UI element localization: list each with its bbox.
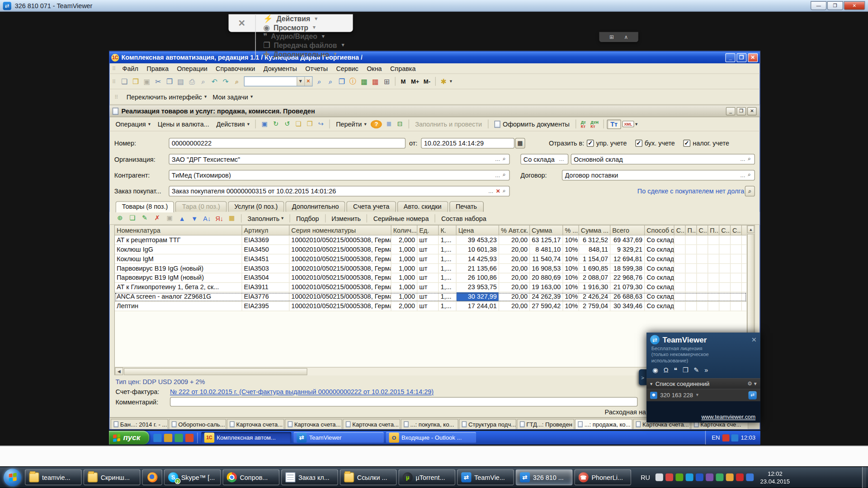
taskbar-document[interactable]: Заказ кл... [281, 469, 338, 485]
table-cell[interactable]: 1,... [439, 245, 456, 254]
goto-menu[interactable]: Перейти▾ [333, 119, 370, 129]
table-cell[interactable] [719, 273, 731, 282]
info-icon[interactable]: ⓘ [347, 76, 359, 87]
warehouse-mode-select[interactable]: Со склада … [520, 154, 568, 164]
ellipsis-button[interactable]: … [558, 156, 566, 162]
table-cell[interactable] [719, 264, 731, 273]
column-header[interactable]: П... [686, 225, 697, 235]
help-icon[interactable]: ? [371, 120, 382, 128]
tray-icon[interactable] [706, 474, 713, 481]
actions-menu[interactable]: ⚡ Действия ▼ [255, 14, 353, 23]
column-header[interactable]: С... [697, 225, 708, 235]
table-cell[interactable] [675, 283, 686, 292]
extras-menu[interactable]: ✚ Дополнительно ▼ [255, 50, 353, 59]
table-row[interactable]: Коклюш IgGEIA345010002010/050215/0005308… [115, 245, 746, 254]
table-cell[interactable]: 1,... [439, 302, 456, 311]
table-cell[interactable] [686, 235, 697, 244]
table-cell[interactable]: Лептин [115, 302, 242, 311]
table-cell[interactable]: 11 540,74 [530, 254, 563, 263]
table-cell[interactable]: шт [417, 245, 439, 254]
minimize-button[interactable]: _ [725, 53, 735, 62]
tray-icon[interactable] [731, 434, 738, 441]
table-cell[interactable]: 2 088,07 [579, 273, 610, 282]
delete-icon[interactable]: ✗ [151, 213, 163, 224]
annotate-icon[interactable]: ✎ [693, 366, 699, 374]
table-cell[interactable]: EIA3450 [242, 245, 290, 254]
table-cell[interactable]: 10002010/050215/0005308, Германия [289, 264, 391, 273]
settings-list-icon[interactable]: ⊟ [394, 119, 406, 130]
table-cell[interactable]: 1 916,30 [579, 283, 610, 292]
table-cell[interactable]: Со склада [645, 292, 674, 301]
connection-list-item[interactable]: ☻ 320 163 228 ▾ ⇄ [646, 389, 760, 401]
column-header[interactable]: С... [719, 225, 731, 235]
prices-currency-button[interactable]: Цены и валюта... [155, 119, 212, 129]
clock[interactable]: 12:0223.04.2015 [755, 469, 795, 485]
table-cell[interactable]: 21 079,30 [610, 283, 645, 292]
show-desktop-button[interactable] [862, 467, 866, 488]
table-cell[interactable] [731, 292, 742, 301]
table-cell[interactable]: EIA3451 [242, 254, 290, 263]
file-transfer-icon[interactable]: ❐ [683, 366, 689, 374]
table-cell[interactable]: 2,000 [392, 235, 418, 244]
preview-icon[interactable]: ⌕ [198, 76, 209, 87]
zoom-in-icon[interactable]: ⌕ [314, 76, 325, 87]
serial-icon[interactable]: ▦ [226, 213, 237, 224]
contract-input[interactable]: Договор поставки …⌕ [562, 169, 755, 180]
column-header[interactable]: К. [439, 225, 456, 235]
column-header[interactable]: Номенклатура [115, 225, 242, 235]
table-cell[interactable] [731, 245, 742, 254]
invoice-link[interactable]: № 222 от 10.02.2015 г. (Счет-фактура выд… [170, 388, 434, 395]
column-header[interactable]: Сумма ... [579, 225, 610, 235]
table-cell[interactable]: 10002010/050215/0005308, Германия [289, 273, 391, 282]
column-header[interactable]: Способ спи... [645, 225, 674, 235]
table-cell[interactable]: 20,00 [499, 245, 530, 254]
structure-icon[interactable]: ≣ [383, 119, 394, 130]
table-cell[interactable]: 20,00 [499, 283, 530, 292]
table-cell[interactable]: 2 426,24 [579, 292, 610, 301]
totals-toggle-icon[interactable]: Тт [607, 119, 621, 129]
maximize-button[interactable]: ❐ [827, 1, 843, 10]
table-cell[interactable]: 1,... [439, 273, 456, 282]
table-cell[interactable]: 2,000 [392, 302, 418, 311]
quick-launch-icon[interactable] [175, 433, 183, 441]
table-cell[interactable]: EIA3369 [242, 235, 290, 244]
my-tasks-button[interactable]: Мои задачи▾ [212, 93, 253, 100]
table-cell[interactable]: Коклюш IgG [115, 245, 242, 254]
table-cell[interactable]: 10% [563, 292, 579, 301]
table-cell[interactable]: 10% [563, 302, 579, 311]
table-cell[interactable]: 69 437,69 [610, 235, 645, 244]
undo-icon[interactable]: ↶ [209, 76, 220, 87]
table-cell[interactable]: ANCA screen - аналог 2Z9681G [115, 292, 242, 301]
table-cell[interactable]: 10002010/050215/0005308, Германия [289, 302, 391, 311]
start-orb[interactable] [4, 469, 21, 486]
table-cell[interactable] [686, 273, 697, 282]
table-cell[interactable]: 1,000 [392, 264, 418, 273]
table-cell[interactable]: Со склада [645, 302, 674, 311]
table-cell[interactable] [719, 235, 731, 244]
search-input[interactable]: ▼ ✕ [244, 76, 312, 86]
tab[interactable]: Товары (8 поз.) [115, 201, 174, 212]
table-cell[interactable]: 10% [563, 273, 579, 282]
table-cell[interactable] [675, 235, 686, 244]
table-cell[interactable] [686, 292, 697, 301]
send-icon[interactable]: ↪ [315, 119, 326, 130]
taskbar-chrome[interactable]: Сопров... [222, 469, 279, 485]
tray-icon[interactable] [656, 474, 663, 481]
table-cell[interactable]: Со склада [645, 245, 674, 254]
gear-icon[interactable]: ⚙ [747, 380, 752, 386]
table-cell[interactable] [697, 254, 708, 263]
taskbar-phonerlite[interactable]: ☎ PhonerLi... [574, 469, 631, 485]
clear-icon[interactable]: ✕ [495, 188, 501, 194]
table-cell[interactable] [697, 245, 708, 254]
post-icon[interactable]: ↻ [270, 119, 282, 130]
paste-icon[interactable]: ▤ [175, 76, 186, 87]
close-button[interactable]: ✕ [748, 53, 758, 62]
number-input[interactable]: 00000000222 [169, 138, 406, 149]
menu-item[interactable]: Справка [386, 64, 420, 73]
table-cell[interactable] [719, 254, 731, 263]
order-input[interactable]: Заказ покупателя 00000000315 от 10.02.20… [169, 186, 509, 197]
table-cell[interactable]: EIA2395 [242, 302, 290, 311]
tray-icon[interactable] [736, 474, 744, 481]
table-cell[interactable]: 20 880,69 [530, 273, 563, 282]
memory-m-button[interactable]: М [398, 76, 409, 87]
